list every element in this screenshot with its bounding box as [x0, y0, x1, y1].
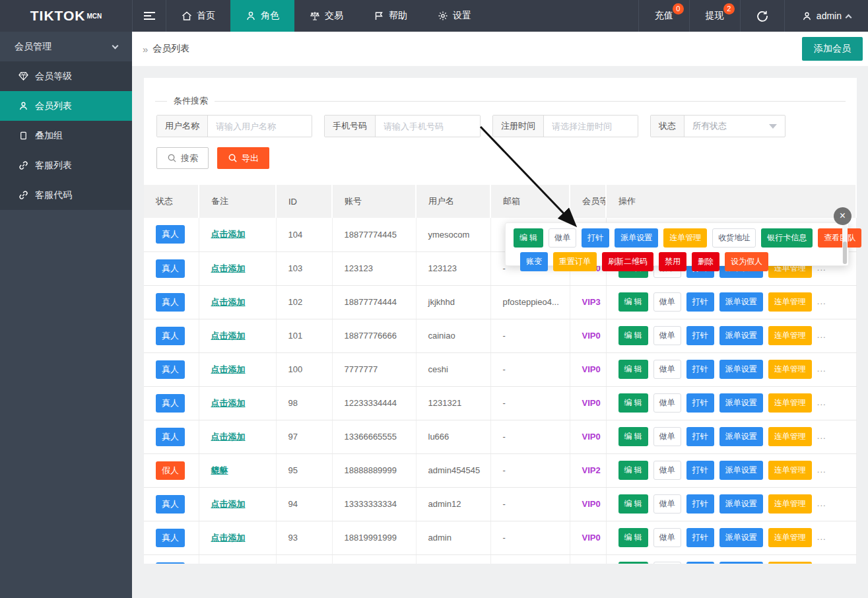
- row-action-yellow-button[interactable]: 连单管理: [768, 360, 812, 379]
- row-action-green-button[interactable]: 编 辑: [618, 360, 648, 379]
- row-action-plain-button[interactable]: 做单: [653, 393, 681, 413]
- row-action-plain-button[interactable]: 做单: [653, 360, 681, 379]
- sidebar-item-service-list[interactable]: 客服列表: [0, 150, 132, 180]
- remark-link[interactable]: 点击添加: [211, 331, 246, 341]
- phone-input[interactable]: [376, 116, 480, 137]
- row-action-yellow-button[interactable]: 连单管理: [768, 562, 812, 564]
- popup-action-red-button[interactable]: 刷新二维码: [602, 252, 653, 271]
- export-button[interactable]: 导出: [217, 147, 269, 169]
- nav-item-trade[interactable]: 交易: [294, 0, 358, 32]
- row-action-plain-button[interactable]: 做单: [653, 326, 681, 345]
- row-action-plain-button[interactable]: 做单: [653, 494, 681, 514]
- row-action-blue-button[interactable]: 打针: [686, 427, 714, 446]
- row-action-green-button[interactable]: 编 辑: [618, 528, 648, 547]
- username-input[interactable]: [208, 116, 312, 137]
- more-actions-button[interactable]: ...: [817, 330, 826, 340]
- row-action-plain-button[interactable]: 做单: [653, 562, 681, 564]
- popup-action-plain-button[interactable]: 收货地址: [712, 228, 756, 248]
- row-action-blue-button[interactable]: 打针: [686, 562, 714, 564]
- row-action-blue-button[interactable]: 打针: [686, 461, 714, 480]
- nav-item-home[interactable]: 首页: [166, 0, 230, 32]
- row-action-green-button[interactable]: 编 辑: [618, 427, 648, 446]
- more-actions-button[interactable]: ...: [817, 465, 826, 475]
- sidebar-item-stack-group[interactable]: 叠加组: [0, 121, 132, 150]
- more-actions-button[interactable]: ...: [817, 498, 826, 508]
- row-action-plain-button[interactable]: 做单: [653, 427, 681, 446]
- row-action-yellow-button[interactable]: 连单管理: [768, 393, 812, 413]
- collapse-menu-button[interactable]: [132, 0, 166, 32]
- popup-action-yellow-button[interactable]: 重置订单: [553, 252, 597, 271]
- row-action-blue-button[interactable]: 打针: [686, 528, 714, 547]
- row-action-blue-button[interactable]: 派单设置: [719, 562, 763, 564]
- row-action-blue-button[interactable]: 打针: [686, 292, 714, 312]
- remark-link[interactable]: 点击添加: [211, 297, 246, 307]
- popup-close-button[interactable]: ×: [834, 207, 851, 225]
- popup-action-orange-button[interactable]: 设为假人: [725, 252, 768, 271]
- row-action-green-button[interactable]: 编 辑: [618, 494, 648, 514]
- remark-link[interactable]: 点击添加: [211, 229, 246, 239]
- nav-item-roles[interactable]: 角色: [230, 0, 294, 32]
- row-action-plain-button[interactable]: 做单: [653, 292, 681, 312]
- row-action-yellow-button[interactable]: 连单管理: [768, 528, 812, 547]
- more-actions-button[interactable]: ...: [817, 397, 826, 407]
- recharge-button[interactable]: 充值 0: [638, 0, 689, 32]
- row-action-green-button[interactable]: 编 辑: [618, 562, 648, 564]
- more-actions-button[interactable]: ...: [817, 296, 826, 306]
- nav-item-help[interactable]: 帮助: [358, 0, 422, 32]
- row-action-blue-button[interactable]: 打针: [686, 326, 714, 345]
- row-action-blue-button[interactable]: 打针: [686, 360, 714, 379]
- remark-link[interactable]: 点击添加: [211, 432, 246, 442]
- status-select[interactable]: 所有状态: [684, 116, 785, 137]
- popup-action-blue-button[interactable]: 派单设置: [615, 228, 658, 248]
- sidebar-item-member-levels[interactable]: 会员等级: [0, 61, 132, 91]
- remark-link[interactable]: 点击添加: [211, 398, 246, 408]
- popup-action-green-button[interactable]: 编 辑: [514, 228, 543, 248]
- sidebar-item-member-list[interactable]: 会员列表: [0, 91, 132, 121]
- register-time-input[interactable]: [544, 116, 638, 137]
- remark-link[interactable]: 貔貅: [211, 465, 228, 475]
- more-actions-button[interactable]: ...: [817, 364, 826, 374]
- sidebar-group-member-management[interactable]: 会员管理: [0, 32, 132, 61]
- row-action-blue-button[interactable]: 打针: [686, 494, 714, 514]
- row-action-blue-button[interactable]: 派单设置: [719, 494, 763, 514]
- popup-action-red-button[interactable]: 删除: [692, 252, 719, 271]
- popup-scrollbar[interactable]: [842, 224, 848, 264]
- row-action-blue-button[interactable]: 派单设置: [719, 461, 763, 480]
- row-action-yellow-button[interactable]: 连单管理: [768, 461, 812, 480]
- popup-scrollbar-thumb[interactable]: [843, 242, 847, 264]
- user-menu[interactable]: admin: [784, 0, 868, 32]
- more-actions-button[interactable]: ...: [817, 532, 826, 542]
- withdraw-button[interactable]: 提现 2: [689, 0, 740, 32]
- row-action-blue-button[interactable]: 派单设置: [719, 528, 763, 547]
- refresh-button[interactable]: [740, 0, 784, 32]
- row-action-blue-button[interactable]: 派单设置: [719, 326, 763, 345]
- remark-link[interactable]: 点击添加: [211, 364, 246, 374]
- row-action-green-button[interactable]: 编 辑: [618, 393, 648, 413]
- popup-action-red-button[interactable]: 禁用: [659, 252, 686, 271]
- add-member-button[interactable]: 添加会员: [802, 37, 863, 61]
- row-action-yellow-button[interactable]: 连单管理: [768, 326, 812, 345]
- popup-action-yellow-button[interactable]: 连单管理: [663, 228, 707, 248]
- popup-action-blue-button[interactable]: 账变: [520, 252, 548, 271]
- row-action-plain-button[interactable]: 做单: [653, 528, 681, 547]
- row-action-yellow-button[interactable]: 连单管理: [768, 494, 812, 514]
- row-action-blue-button[interactable]: 打针: [686, 393, 714, 413]
- popup-action-green-button[interactable]: 银行卡信息: [761, 228, 813, 248]
- row-action-plain-button[interactable]: 做单: [653, 461, 681, 480]
- nav-item-settings[interactable]: 设置: [422, 0, 486, 32]
- row-action-green-button[interactable]: 编 辑: [618, 326, 648, 345]
- remark-link[interactable]: 点击添加: [211, 499, 246, 509]
- popup-action-blue-button[interactable]: 打针: [582, 228, 609, 248]
- row-action-blue-button[interactable]: 派单设置: [719, 393, 763, 413]
- row-action-yellow-button[interactable]: 连单管理: [768, 292, 812, 312]
- row-action-green-button[interactable]: 编 辑: [618, 461, 648, 480]
- row-action-green-button[interactable]: 编 辑: [618, 292, 648, 312]
- remark-link[interactable]: 点击添加: [211, 533, 246, 543]
- popup-action-plain-button[interactable]: 做单: [549, 228, 576, 248]
- search-button[interactable]: 搜索: [156, 147, 209, 169]
- sidebar-item-service-code[interactable]: 客服代码: [0, 180, 132, 210]
- logo[interactable]: TIKTOK MCN: [0, 0, 132, 32]
- row-action-blue-button[interactable]: 派单设置: [719, 427, 763, 446]
- remark-link[interactable]: 点击添加: [211, 263, 246, 273]
- row-action-blue-button[interactable]: 派单设置: [719, 292, 763, 312]
